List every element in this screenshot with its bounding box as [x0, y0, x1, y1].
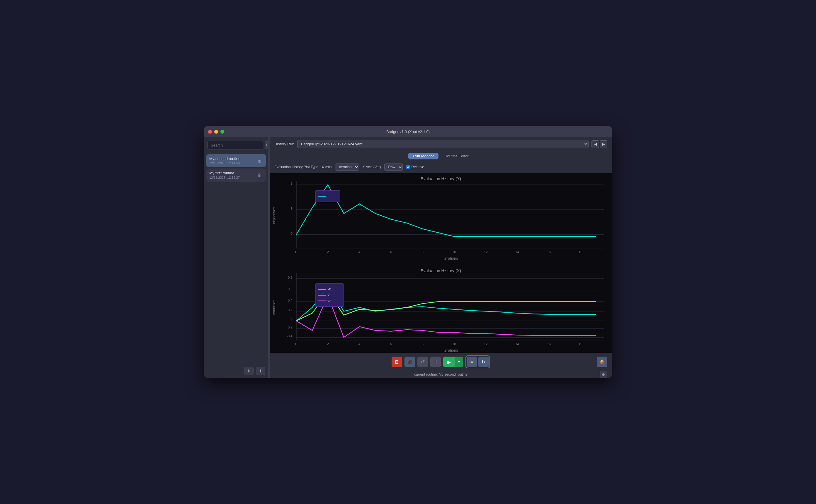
window-controls [208, 130, 224, 134]
svg-text:0: 0 [295, 342, 297, 346]
history-run-select[interactable]: BadgerOpt-2023-12-18-121624.yaml [297, 140, 589, 148]
svg-text:0.2: 0.2 [288, 308, 293, 312]
routine-date: 12/18/2023, 12:14:58 [209, 161, 256, 165]
chart-y-svg: Evaluation History (Y) 2 1 0 0 [270, 173, 612, 265]
svg-text:-0.4: -0.4 [287, 334, 293, 338]
delete-routine-button[interactable]: 🗑 [256, 158, 263, 164]
chart-x-svg: Evaluation History (X) 0.8 0.6 0.4 0.2 0… [270, 265, 612, 353]
svg-text:0.4: 0.4 [288, 299, 293, 302]
svg-text:10: 10 [452, 342, 456, 346]
svg-text:19: 19 [579, 250, 582, 253]
import-button[interactable]: ⬇ [244, 367, 254, 375]
svg-text:iterations: iterations [443, 348, 458, 353]
svg-text:0: 0 [295, 250, 297, 253]
routine-list: My second routine 12/18/2023, 12:14:58 🗑… [204, 153, 268, 364]
x-axis-label: X Axis [322, 165, 331, 169]
svg-text:x1: x1 [327, 293, 331, 297]
toolbar: 🗑 ⬛ ↺ ⏸ ▶ ▼ ★ ↻ 📦 [270, 353, 612, 371]
copy-run-button[interactable]: ⬛ [404, 357, 415, 367]
nav-arrows: ◀ ▶ [591, 140, 607, 148]
add-routine-button[interactable]: + [265, 141, 268, 149]
svg-text:14: 14 [515, 250, 519, 253]
svg-text:variables: variables [272, 300, 276, 315]
status-text: current routine: My second routine [414, 372, 467, 377]
svg-text:0: 0 [290, 318, 293, 321]
search-input[interactable] [208, 141, 263, 149]
svg-text:8: 8 [421, 342, 424, 346]
relative-label: Relative [411, 165, 424, 169]
svg-rect-0 [270, 173, 612, 265]
title-bar: Badger v1.0 (Xopt v2.1.0) [204, 126, 612, 137]
minimize-button[interactable] [214, 130, 218, 134]
play-group: ▶ ▼ [443, 357, 463, 367]
star-button[interactable]: ★ [467, 357, 477, 367]
routine-item[interactable]: My first routine 12/18/2023, 12:12:27 🗑 [206, 168, 266, 182]
svg-rect-26 [270, 265, 612, 353]
highlighted-action-group: ★ ↻ [465, 355, 490, 368]
tabs-bar: Run Monitor Routine Editor [270, 151, 612, 161]
status-bar: current routine: My second routine ⚙ [270, 371, 612, 378]
svg-text:-0.2: -0.2 [287, 326, 293, 329]
plot-controls: Evaluation History Plot Type X Axis Iter… [270, 161, 612, 173]
chart-y: Evaluation History (Y) 2 1 0 0 [270, 173, 612, 265]
svg-text:10: 10 [452, 250, 456, 253]
next-run-button[interactable]: ▶ [600, 140, 607, 148]
export-button[interactable]: 📦 [597, 357, 607, 367]
play-button[interactable]: ▶ [443, 357, 455, 367]
svg-text:iterations: iterations [443, 256, 458, 260]
svg-text:4: 4 [358, 342, 361, 346]
svg-text:8: 8 [421, 250, 424, 253]
export-button[interactable]: ⬆ [256, 367, 265, 375]
relative-checkbox-area: Relative [406, 165, 424, 169]
search-area: + [204, 137, 268, 153]
y-axis-label: Y Axis (Var) [363, 165, 381, 169]
app-window: Badger v1.0 (Xopt v2.1.0) + My second ro… [204, 126, 612, 378]
routine-date: 12/18/2023, 12:12:27 [209, 176, 256, 179]
svg-text:x2: x2 [327, 299, 331, 303]
delete-run-button[interactable]: 🗑 [392, 357, 402, 367]
maximize-button[interactable] [220, 130, 224, 134]
tab-run-monitor[interactable]: Run Monitor [408, 153, 438, 159]
routine-item[interactable]: My second routine 12/18/2023, 12:14:58 🗑 [206, 154, 266, 167]
svg-text:2: 2 [327, 342, 329, 346]
svg-text:6: 6 [390, 342, 392, 346]
y-axis-select[interactable]: Raw [384, 164, 403, 171]
plot-type-label: Evaluation History Plot Type [274, 165, 318, 169]
play-dropdown-button[interactable]: ▼ [455, 357, 463, 367]
svg-text:0.6: 0.6 [288, 287, 293, 291]
routine-name: My second routine [209, 156, 256, 161]
svg-text:objectives: objectives [272, 207, 276, 224]
svg-text:Evaluation History (Y): Evaluation History (Y) [421, 176, 461, 181]
svg-text:6: 6 [390, 250, 392, 253]
pause-button[interactable]: ⏸ [430, 357, 441, 367]
history-run-label: History Run [274, 142, 294, 146]
history-run-bar: History Run BadgerOpt-2023-12-18-121624.… [270, 137, 612, 151]
svg-text:14: 14 [515, 342, 519, 346]
svg-text:0.8: 0.8 [288, 275, 293, 279]
relative-checkbox[interactable] [406, 165, 410, 169]
svg-text:0: 0 [290, 231, 293, 235]
routine-name: My first routine [209, 171, 256, 175]
svg-text:4: 4 [358, 250, 361, 253]
svg-text:x0: x0 [327, 287, 331, 291]
window-title: Badger v1.0 (Xopt v2.1.0) [386, 130, 430, 134]
svg-text:Evaluation History (X): Evaluation History (X) [421, 268, 461, 273]
main-panel: History Run BadgerOpt-2023-12-18-121624.… [270, 137, 612, 378]
reset-button[interactable]: ↻ [478, 357, 489, 367]
svg-text:12: 12 [484, 250, 488, 253]
svg-text:16: 16 [547, 342, 551, 346]
sidebar: + My second routine 12/18/2023, 12:14:58… [204, 137, 268, 378]
close-button[interactable] [208, 130, 212, 134]
sidebar-footer: ⬇ ⬆ [204, 364, 268, 378]
svg-text:2: 2 [290, 181, 293, 185]
tab-routine-editor[interactable]: Routine Editor [440, 153, 473, 159]
svg-text:2: 2 [327, 250, 329, 253]
delete-routine-button[interactable]: 🗑 [256, 172, 263, 178]
settings-button[interactable]: ⚙ [600, 371, 607, 378]
svg-text:12: 12 [484, 342, 488, 346]
charts-area: Evaluation History (Y) 2 1 0 0 [270, 173, 612, 353]
svg-text:19: 19 [579, 342, 582, 346]
x-axis-select[interactable]: Iteration [335, 164, 359, 171]
undo-button[interactable]: ↺ [417, 357, 428, 367]
prev-run-button[interactable]: ◀ [591, 140, 599, 148]
